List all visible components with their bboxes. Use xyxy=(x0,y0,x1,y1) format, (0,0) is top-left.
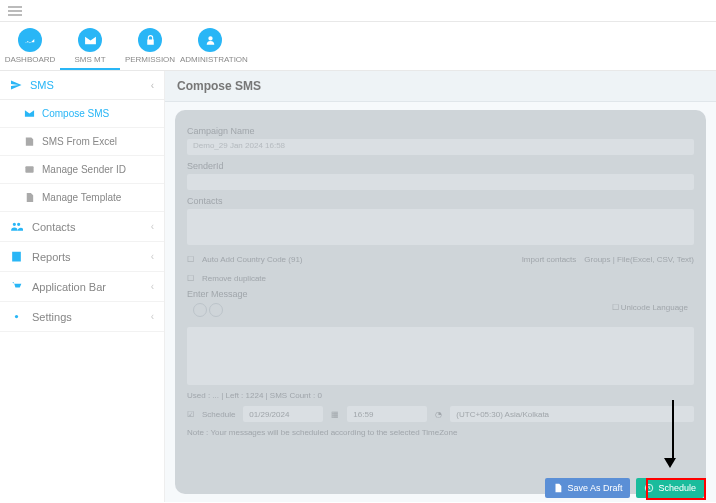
user-icon xyxy=(198,28,222,52)
campaign-input[interactable]: Demo_29 Jan 2024 16:58 xyxy=(187,139,694,155)
tab-label: SMS MT xyxy=(60,55,120,64)
sidebar: SMS ‹ Compose SMS SMS From Excel Manage … xyxy=(0,71,165,502)
sidebar-label: SMS xyxy=(30,79,54,91)
clock-icon[interactable]: ◔ xyxy=(435,410,442,419)
contacts-label: Contacts xyxy=(187,196,694,206)
sidebar-item-label: SMS From Excel xyxy=(42,136,117,147)
chevron-left-icon: ‹ xyxy=(151,80,154,91)
tab-label: DASHBOARD xyxy=(0,55,60,64)
senderid-label: SenderId xyxy=(187,161,694,171)
save-draft-button[interactable]: Save As Draft xyxy=(545,478,630,498)
message-input[interactable] xyxy=(187,327,694,385)
gear-icon xyxy=(10,310,26,323)
clock-icon xyxy=(644,483,654,493)
import-label: Import contacts xyxy=(522,255,577,264)
sidebar-manage-sender[interactable]: Manage Sender ID xyxy=(0,156,164,184)
sidebar-item-label: Contacts xyxy=(32,221,75,233)
svg-rect-0 xyxy=(25,166,33,172)
sidebar-settings[interactable]: Settings ‹ xyxy=(0,302,164,332)
envelope-icon xyxy=(22,108,36,119)
sidebar-contacts[interactable]: Contacts ‹ xyxy=(0,212,164,242)
chevron-left-icon: ‹ xyxy=(151,251,154,262)
schedule-button[interactable]: Schedule xyxy=(636,478,704,498)
excel-icon xyxy=(22,136,36,147)
main-content: Compose SMS Campaign Name Demo_29 Jan 20… xyxy=(165,71,716,502)
tab-label: ADMINISTRATION xyxy=(180,55,240,64)
button-label: Schedule xyxy=(658,483,696,493)
tab-permission[interactable]: PERMISSION xyxy=(120,22,180,70)
svg-point-1 xyxy=(15,315,18,318)
button-label: Save As Draft xyxy=(567,483,622,493)
sidebar-item-label: Manage Sender ID xyxy=(42,164,126,175)
sidebar-item-label: Manage Template xyxy=(42,192,121,203)
timezone-note: Note : Your messages will be scheduled a… xyxy=(187,428,694,437)
file-icon xyxy=(553,483,563,493)
autocc-label[interactable]: Auto Add Country Code (91) xyxy=(202,255,303,264)
chevron-left-icon: ‹ xyxy=(151,311,154,322)
message-stats: Used : ... | Left : 1224 | SMS Count : 0 xyxy=(187,391,694,400)
sidebar-compose-sms[interactable]: Compose SMS xyxy=(0,100,164,128)
emoji-icon[interactable] xyxy=(193,303,207,317)
sidebar-item-label: Settings xyxy=(32,311,72,323)
schedule-checkbox-label[interactable]: Schedule xyxy=(202,410,235,419)
paperplane-icon xyxy=(10,79,22,91)
senderid-input[interactable] xyxy=(187,174,694,190)
sidebar-manage-template[interactable]: Manage Template xyxy=(0,184,164,212)
tab-smsmt[interactable]: SMS MT xyxy=(60,22,120,70)
menu-toggle-icon[interactable] xyxy=(8,4,22,18)
id-icon xyxy=(22,164,36,175)
message-label: Enter Message xyxy=(187,289,694,299)
schedule-time-input[interactable]: 16:59 xyxy=(347,406,427,422)
lock-icon xyxy=(138,28,162,52)
sidebar-sms[interactable]: SMS ‹ xyxy=(0,71,164,100)
chevron-left-icon: ‹ xyxy=(151,281,154,292)
sidebar-appbar[interactable]: Application Bar ‹ xyxy=(0,272,164,302)
compose-form: Campaign Name Demo_29 Jan 2024 16:58 Sen… xyxy=(175,110,706,494)
main-tabs: DASHBOARD SMS MT PERMISSION ADMINISTRATI… xyxy=(0,22,716,71)
topbar xyxy=(0,0,716,22)
report-icon xyxy=(10,250,26,263)
timezone-select[interactable]: (UTC+05:30) Asia/Kolkata xyxy=(450,406,694,422)
unicode-label[interactable]: Unicode xyxy=(621,303,650,312)
calendar-icon[interactable]: ▦ xyxy=(331,410,339,419)
tab-dashboard[interactable]: DASHBOARD xyxy=(0,22,60,70)
import-links[interactable]: Groups | File(Excel, CSV, Text) xyxy=(584,255,694,264)
campaign-label: Campaign Name xyxy=(187,126,694,136)
users-icon xyxy=(10,220,26,233)
tab-label: PERMISSION xyxy=(120,55,180,64)
envelope-icon xyxy=(78,28,102,52)
sidebar-item-label: Application Bar xyxy=(32,281,106,293)
file-icon xyxy=(22,192,36,203)
language-label[interactable]: Language xyxy=(652,303,688,312)
chevron-left-icon: ‹ xyxy=(151,221,154,232)
footer-actions: Save As Draft Schedule xyxy=(545,478,704,498)
schedule-date-input[interactable]: 01/29/2024 xyxy=(243,406,323,422)
sidebar-sms-excel[interactable]: SMS From Excel xyxy=(0,128,164,156)
contacts-input[interactable] xyxy=(187,209,694,245)
template-icon[interactable] xyxy=(209,303,223,317)
tab-administration[interactable]: ADMINISTRATION xyxy=(180,22,240,70)
chart-icon xyxy=(18,28,42,52)
sidebar-item-label: Reports xyxy=(32,251,71,263)
remove-dup-label[interactable]: Remove duplicate xyxy=(202,274,266,283)
sidebar-item-label: Compose SMS xyxy=(42,108,109,119)
sidebar-reports[interactable]: Reports ‹ xyxy=(0,242,164,272)
page-title: Compose SMS xyxy=(165,71,716,102)
cart-icon xyxy=(10,280,26,293)
